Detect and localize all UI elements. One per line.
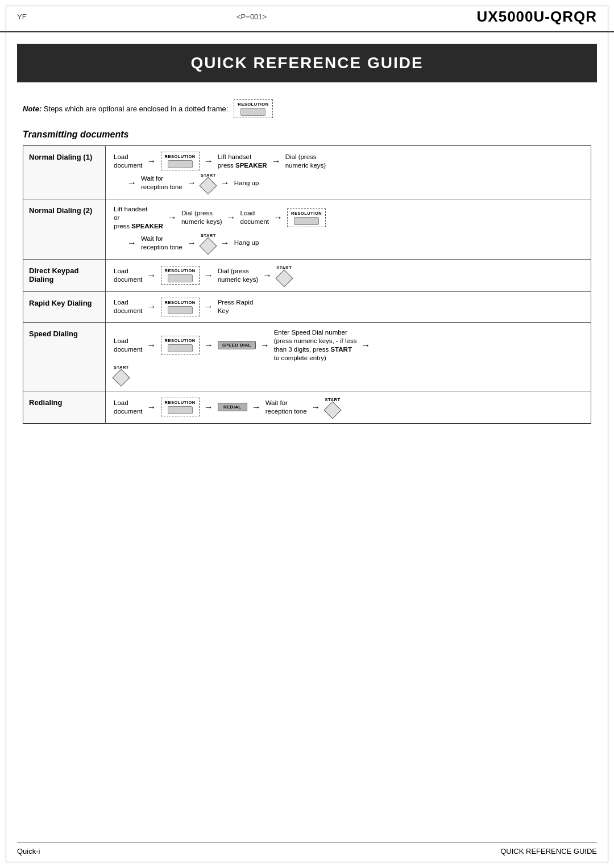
resolution-label-example: RESOLUTION xyxy=(238,102,268,107)
row-speed-dialing: Speed Dialing Loaddocument → RESOLUTION … xyxy=(23,322,591,391)
arrow-6-3: → xyxy=(252,402,261,412)
res-label-4: RESOLUTION xyxy=(165,300,196,305)
step-dial-3: Dial (pressnumeric keys) xyxy=(218,267,259,284)
resolution-key-3: RESOLUTION xyxy=(161,266,200,285)
start-button-3: START xyxy=(276,265,292,286)
step-hangup-2: Hang up xyxy=(234,239,259,247)
step-lift-handset-1: Lift handsetpress SPEAKER xyxy=(218,153,267,170)
steps-row-1b: → Wait forreception tone → START → Hang … xyxy=(125,173,583,193)
steps-row-2a: Lift handsetorpress SPEAKER → Dial (pres… xyxy=(114,205,583,231)
step-dial-2: Dial (pressnumeric keys) xyxy=(181,209,222,226)
start-button-1: START xyxy=(201,173,216,193)
step-load-3: Loaddocument xyxy=(114,267,143,284)
section-title: Transmitting documents xyxy=(23,130,591,140)
header-right: UX5000U-QRQR xyxy=(477,8,597,26)
res-body-2 xyxy=(294,217,319,225)
start-diamond-5 xyxy=(114,370,128,385)
start-diamond-2 xyxy=(201,239,215,253)
arrow-5-1: → xyxy=(147,340,156,350)
step-wait-1: Wait forreception tone xyxy=(141,174,182,191)
res-label-6: RESOLUTION xyxy=(165,400,196,405)
step-press-rapid-key: Press RapidKey xyxy=(218,298,254,315)
footer-left: Quick-i xyxy=(17,847,40,856)
row-direct-keypad: Direct KeypadDialing Loaddocument → RESO… xyxy=(23,259,591,291)
start-button-2: START xyxy=(201,233,216,253)
steps-row-3a: Loaddocument → RESOLUTION → Dial (pressn… xyxy=(114,265,583,286)
content-area: Note: Steps which are optional are enclo… xyxy=(0,94,614,435)
steps-row-2b: → Wait forreception tone → START → Hang … xyxy=(125,233,583,253)
res-label-5: RESOLUTION xyxy=(165,338,196,343)
steps-normal-dialing-1: Loaddocument → RESOLUTION → Lift handset… xyxy=(106,146,591,199)
label-rapid-key: Rapid Key Dialing xyxy=(23,291,106,322)
speed-dial-key: SPEED DIAL xyxy=(218,341,256,349)
row-rapid-key: Rapid Key Dialing Loaddocument → RESOLUT… xyxy=(23,291,591,322)
step-load-doc-1: Loaddocument xyxy=(114,153,143,170)
page-title: QUICK REFERENCE GUIDE xyxy=(17,44,597,82)
start-diamond-3 xyxy=(277,271,292,286)
step-wait-2: Wait forreception tone xyxy=(141,235,182,252)
arrow-5-2: → xyxy=(204,340,213,350)
step-dial-1: Dial (pressnumeric keys) xyxy=(285,153,326,170)
row-redialing: Redialing Loaddocument → RESOLUTION → RE… xyxy=(23,391,591,423)
arrow-2-5: → xyxy=(187,238,196,248)
arrow-2-6: → xyxy=(221,238,230,248)
footer: Quick-i QUICK REFERENCE GUIDE xyxy=(17,842,597,856)
resolution-key-1: RESOLUTION xyxy=(161,152,200,170)
res-body-5 xyxy=(168,344,193,352)
res-label-1: RESOLUTION xyxy=(165,154,196,159)
start-diamond-shape-2 xyxy=(200,237,217,254)
step-load-6: Loaddocument xyxy=(114,399,143,416)
arrow-6-2: → xyxy=(204,402,213,412)
header-left: YF xyxy=(17,12,27,21)
resolution-key-body xyxy=(240,108,265,116)
arrow-2-2: → xyxy=(227,212,236,223)
row-normal-dialing-1: Normal Dialing (1) Loaddocument → RESOLU… xyxy=(23,146,591,199)
res-label-2: RESOLUTION xyxy=(291,211,322,216)
step-load-5: Loaddocument xyxy=(114,337,143,354)
step-enter-speed-dial: Enter Speed Dial number(press numeric ke… xyxy=(274,328,357,362)
step-load-2: Loaddocument xyxy=(240,209,269,226)
row-normal-dialing-2: Normal Dialing (2) Lift handsetorpress S… xyxy=(23,199,591,260)
footer-right: QUICK REFERENCE GUIDE xyxy=(500,847,597,856)
resolution-key-5: RESOLUTION xyxy=(161,336,200,354)
arrow-3: → xyxy=(272,156,281,166)
step-lift-2: Lift handsetorpress SPEAKER xyxy=(114,205,163,231)
resolution-key-2: RESOLUTION xyxy=(287,208,326,227)
steps-row-5b: START xyxy=(114,365,583,385)
start-diamond-6 xyxy=(325,403,340,418)
arrow-4: → xyxy=(127,178,136,188)
start-button-5: START xyxy=(114,365,129,385)
steps-rapid-key: Loaddocument → RESOLUTION → Press RapidK… xyxy=(106,291,591,322)
start-diamond-shape-1 xyxy=(200,177,217,194)
label-speed-dialing: Speed Dialing xyxy=(23,322,106,391)
arrow-4-1: → xyxy=(147,302,156,312)
steps-row-4a: Loaddocument → RESOLUTION → Press RapidK… xyxy=(114,298,583,316)
res-body-1 xyxy=(168,160,193,168)
methods-table: Normal Dialing (1) Loaddocument → RESOLU… xyxy=(23,145,591,424)
redial-key: REDIAL xyxy=(218,403,247,411)
arrow-5-4: → xyxy=(361,340,370,350)
header: YF <P=001> UX5000U-QRQR xyxy=(0,0,614,32)
start-diamond-shape-5 xyxy=(113,369,130,386)
arrow-6-1: → xyxy=(147,402,156,412)
step-wait-6: Wait forreception tone xyxy=(265,399,307,416)
arrow-3-2: → xyxy=(204,270,213,281)
arrow-3-1: → xyxy=(147,270,156,281)
arrow-3-3: → xyxy=(263,270,272,281)
arrow-1: → xyxy=(147,156,156,166)
resolution-key-example: RESOLUTION xyxy=(234,99,272,118)
arrow-4-2: → xyxy=(204,302,213,312)
steps-direct-keypad: Loaddocument → RESOLUTION → Dial (pressn… xyxy=(106,259,591,291)
arrow-5-3: → xyxy=(260,340,269,350)
steps-redialing: Loaddocument → RESOLUTION → REDIAL → Wai… xyxy=(106,391,591,423)
start-diamond-shape-3 xyxy=(275,269,293,287)
resolution-key-4: RESOLUTION xyxy=(161,298,200,316)
start-diamond-1 xyxy=(201,178,215,193)
steps-row-1a: Loaddocument → RESOLUTION → Lift handset… xyxy=(114,152,583,170)
steps-row-5a: Loaddocument → RESOLUTION → SPEED DIAL →… xyxy=(114,328,583,362)
step-load-4: Loaddocument xyxy=(114,298,143,315)
resolution-key-6: RESOLUTION xyxy=(161,398,200,416)
res-body-6 xyxy=(168,406,193,414)
steps-normal-dialing-2: Lift handsetorpress SPEAKER → Dial (pres… xyxy=(106,199,591,260)
arrow-2-4: → xyxy=(127,238,136,248)
